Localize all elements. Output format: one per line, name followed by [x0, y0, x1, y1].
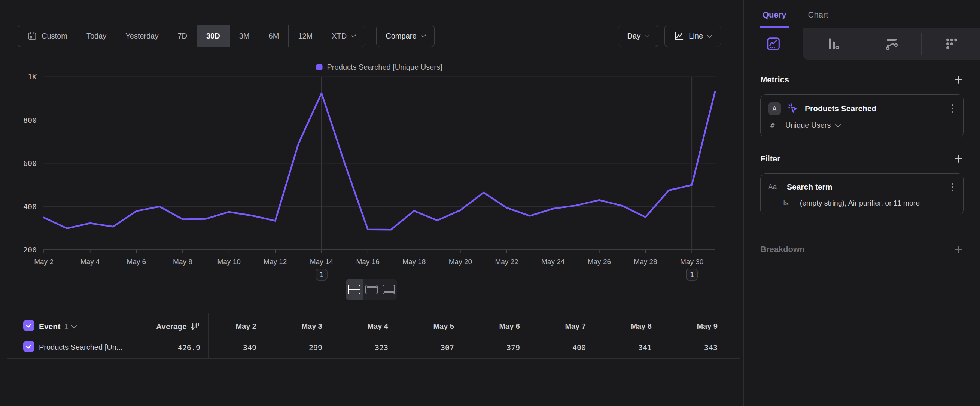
table-cell-value: 307 [383, 343, 454, 352]
date-column-header[interactable]: May 3 [251, 322, 322, 331]
split-layout-icon [348, 285, 361, 295]
compare-label: Compare [385, 32, 416, 40]
table-cell-value: 323 [317, 343, 388, 352]
add-metric-button[interactable] [954, 75, 964, 84]
range-label: Custom [41, 32, 67, 40]
granularity-label: Day [627, 32, 641, 40]
add-filter-button[interactable] [954, 154, 964, 164]
tab-chart[interactable]: Chart [806, 8, 830, 28]
range-6m-button[interactable]: 6M [259, 25, 289, 47]
average-header-label: Average [156, 322, 187, 331]
add-breakdown-button[interactable] [954, 245, 964, 254]
metric-event-name[interactable]: Products Searched [805, 104, 876, 113]
dots-grid-icon [943, 36, 958, 51]
date-column-header[interactable]: May 6 [449, 322, 520, 331]
chart-style-label: Line [689, 32, 703, 40]
check-icon [25, 322, 33, 329]
line-chart-icon [674, 31, 684, 41]
range-label: 7D [178, 32, 188, 40]
table-row-divider [7, 358, 740, 359]
range-label: 12M [298, 32, 313, 40]
metric-card-row: A Products Searched [768, 102, 955, 115]
range-30d-button[interactable]: 30D [197, 25, 230, 47]
range-custom-button[interactable]: Custom [18, 25, 77, 47]
chevron-down-icon [350, 32, 356, 38]
string-property-icon: Aa [768, 183, 781, 191]
view-toggle [345, 279, 397, 300]
table-bottom-layout-icon [383, 285, 395, 295]
date-column-header[interactable]: May 5 [383, 322, 454, 331]
average-column-header[interactable]: Average [94, 322, 200, 331]
date-column-header[interactable]: May 4 [317, 322, 388, 331]
kebab-menu-icon[interactable] [950, 103, 955, 115]
table-cell-value: 379 [449, 343, 520, 352]
table-cell-value: 343 [646, 343, 718, 352]
range-xtd-button[interactable]: XTD [322, 25, 364, 47]
metric-card: A Products Searched # Unique Users [760, 94, 964, 137]
range-3m-button[interactable]: 3M [230, 25, 259, 47]
aggregation-selector[interactable]: # Unique Users [768, 121, 955, 130]
chevron-down-icon [420, 32, 426, 38]
range-7d-button[interactable]: 7D [169, 25, 197, 47]
row-checkbox[interactable] [23, 341, 35, 352]
filter-operator: Is [783, 199, 789, 207]
range-label: Yesterday [126, 32, 158, 40]
analytics-report-page: 2004006008001KMay 2May 4May 6May 8May 10… [0, 0, 980, 406]
tab-query[interactable]: Query [760, 8, 789, 28]
calendar-icon [27, 31, 37, 41]
chevron-down-icon [707, 32, 713, 38]
view-table-bottom-button[interactable] [380, 279, 397, 300]
select-all-checkbox[interactable] [23, 320, 35, 331]
sidebar-content: Metrics A Products Searched # [744, 60, 980, 254]
view-split-button[interactable] [345, 279, 363, 300]
date-range-group: CustomTodayYesterday7D30D3M6M12MXTD [18, 25, 365, 47]
filter-card-row: Aa Search term [768, 181, 955, 193]
row-average-value: 426.9 [94, 343, 200, 352]
filter-value: (empty string), Air purifier, or 11 more [800, 199, 920, 207]
chevron-down-icon [644, 32, 650, 38]
event-column-header[interactable]: Event 1 [39, 322, 76, 331]
filter-section-header: Filter [760, 154, 964, 164]
date-column-header[interactable]: May 9 [646, 322, 718, 331]
aggregation-label: Unique Users [785, 121, 830, 130]
metrics-title: Metrics [760, 75, 789, 84]
filter-title: Filter [760, 154, 781, 164]
metric-letter-badge: A [768, 102, 781, 115]
kebab-menu-icon[interactable] [950, 181, 955, 193]
event-cursor-icon [787, 103, 799, 115]
filter-property-name[interactable]: Search term [787, 182, 832, 191]
chart-style-button[interactable]: Line [665, 25, 721, 47]
view-chart-top-button[interactable] [363, 279, 380, 300]
event-header-label: Event [39, 322, 60, 331]
range-12m-button[interactable]: 12M [289, 25, 322, 47]
table-cell-value: 400 [515, 343, 586, 352]
results-table: Event 1 Average Products Searched [Un... [0, 0, 743, 406]
chart-top-layout-icon [365, 285, 378, 295]
chart-controls: Day Line [618, 25, 721, 47]
metrics-section-header: Metrics [760, 75, 964, 84]
table-cell-value: 349 [185, 343, 256, 352]
event-count: 1 [64, 322, 68, 331]
chevron-down-icon [71, 322, 77, 328]
insights-icon [766, 36, 781, 51]
date-column-header[interactable]: May 7 [515, 322, 586, 331]
report-type-more-button[interactable] [921, 28, 980, 60]
range-label: 6M [269, 32, 279, 40]
range-label: Today [86, 32, 106, 40]
date-column-header[interactable]: May 2 [185, 322, 256, 331]
filter-condition[interactable]: Is (empty string), Air purifier, or 11 m… [768, 199, 955, 207]
granularity-button[interactable]: Day [618, 25, 659, 47]
main-area: 2004006008001KMay 2May 4May 6May 8May 10… [0, 0, 743, 406]
report-type-funnels-button[interactable] [803, 28, 862, 60]
aggregation-type-icon: # [770, 121, 780, 130]
range-yesterday-button[interactable]: Yesterday [116, 25, 168, 47]
range-today-button[interactable]: Today [77, 25, 116, 47]
date-column-header[interactable]: May 8 [581, 322, 652, 331]
table-cell-value: 299 [251, 343, 322, 352]
compare-button[interactable]: Compare [376, 25, 434, 47]
report-type-flows-button[interactable] [862, 28, 921, 60]
report-type-insights-button[interactable] [744, 28, 803, 60]
date-toolbar: CustomTodayYesterday7D30D3M6M12MXTD Comp… [18, 25, 434, 47]
sidebar-tabs: Query Chart [744, 0, 980, 28]
filter-card: Aa Search term Is (empty string), Air pu… [760, 174, 964, 215]
